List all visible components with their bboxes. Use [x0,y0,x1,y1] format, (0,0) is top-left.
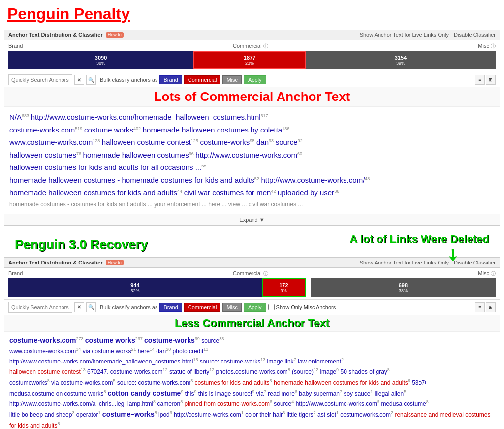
grid-view-btn[interactable]: ⊞ [486,75,496,85]
anchor-cw3[interactable]: costume-works [200,138,250,146]
anchor-url3[interactable]: http://www.costume-works.com/ [261,176,365,184]
anchor2-pfcw[interactable]: pinned from costume-works.com [185,400,270,407]
anchor-hmbc[interactable]: homemade halloween costumes by coletta [143,126,283,134]
disable-classifier-link[interactable]: Disable Classifier [454,32,496,38]
anchor-hhc[interactable]: homemade halloween costumes [83,151,189,159]
bar-labels-row1: Brand Commercial ⓘ Misc ⓘ [8,43,496,50]
anchor-hhcka[interactable]: homemade halloween costumes for kids and… [9,188,177,197]
anchor2-scw2[interactable]: source: costume-works.com [117,379,190,386]
anchor2-50sg[interactable]: 50 shades of gray [340,368,387,375]
anchor2-cw2[interactable]: costume works [85,336,135,344]
anchor2-heb[interactable]: 5י7כ3 [412,379,426,386]
live-links-link[interactable]: Show Anchor Text for Live Links Only [360,32,449,38]
grid-view-btn2[interactable]: ⊞ [486,302,496,312]
search-btn2[interactable]: 🔍 [86,302,96,312]
anchor2-lbbas[interactable]: little bo beep and sheep [9,411,72,418]
anchor2-sol[interactable]: statue of liberty [169,368,209,375]
search-btn[interactable]: 🔍 [86,75,96,85]
anchor-url2[interactable]: http://www.costume-works.com [195,151,297,159]
clear-search-btn2[interactable]: ✕ [74,302,84,312]
anchor2-www[interactable]: www.costume-works.com [9,348,76,355]
anchor2-hhcka[interactable]: homemade halloween costumes for kids and… [274,379,408,386]
anchor2-phcw[interactable]: photos.costume-works.com [216,368,288,375]
anchor-hc[interactable]: halloween costumes [9,151,76,159]
expand-link1[interactable]: Expand [239,217,257,223]
anchor2-cwks[interactable]: costumeworks [9,379,47,386]
anchor-hhc2[interactable]: homemade halloween costumes - homemade c… [9,176,254,184]
anchor2-url1[interactable]: http://www.costume-works.com/homemade_ha… [9,358,193,365]
anchor2-src[interactable]: source [201,337,219,344]
anchor2-le[interactable]: law enforcement [298,358,341,365]
list-view-btn2[interactable]: ≡ [475,302,485,312]
anchor-cw[interactable]: costume-works.com [9,126,75,134]
anchor-na[interactable]: N/A [9,113,22,121]
brand-btn2[interactable]: Brand [159,303,182,312]
anchor2-pc[interactable]: photo credit [173,348,204,355]
search-input1[interactable] [8,74,72,85]
show-misc-checkbox[interactable] [268,304,275,310]
apply-btn1[interactable]: Apply [244,75,266,84]
anchor2-vcw[interactable]: via costume works [83,348,131,355]
anchor2-cfka[interactable]: costumes for kids and adults [195,379,270,386]
list-view-btn[interactable]: ≡ [475,75,485,85]
anchor2-is[interactable]: this is image source! [198,390,252,397]
anchor-ubu[interactable]: uploaded by user [278,188,334,197]
anchor-url1[interactable]: http://www.costume-works.com/homemade_ha… [31,113,261,121]
section2-relative: Penguin 3.0 Recovery A lot of Links Were… [0,233,504,255]
anchor2-urlcw[interactable]: http://costume-works.com [174,411,241,418]
search-input2[interactable] [8,302,72,313]
anchor2-vcw2[interactable]: via costume-works.com [51,379,113,386]
anchor2-source2[interactable]: (source) [292,368,314,375]
anchor-www[interactable]: www.costume-works.com [9,138,93,146]
clear-search-btn[interactable]: ✕ [74,75,84,85]
anchor2-img[interactable]: image [320,368,336,375]
anchor2-asl[interactable]: ast slot [317,411,336,418]
anchor2-soy[interactable]: soy sauce [344,390,370,397]
anchor-dan[interactable]: dan [256,138,269,146]
anchor2-clrh[interactable]: color their hair [245,411,283,418]
anchor2-ccc[interactable]: cotton candy costume [108,389,181,397]
anchor2-mcocw[interactable]: medusa costume on costume works [9,390,103,397]
anchor2-hcc[interactable]: halloween costume contest [9,368,81,375]
anchor2-this[interactable]: this [185,390,194,397]
anchor2-rm[interactable]: read more [268,390,295,397]
misc-btn1[interactable]: Misc [222,75,242,84]
anchor2-cw3[interactable]: costume-works [144,336,195,344]
anchor2-bs[interactable]: baby superman [299,390,340,397]
anchor2-ipod[interactable]: ipod [158,411,170,418]
anchor2-cam[interactable]: cameron [157,400,180,407]
anchor2-medusa[interactable]: medusa costume [381,400,426,407]
anchor2-cwks2[interactable]: costumeworks.com [340,411,391,418]
commercial-btn2[interactable]: Commercial [184,303,221,312]
misc-btn2[interactable]: Misc [222,303,242,312]
anchor-source[interactable]: source [276,138,298,146]
anchor2-httpcw2[interactable]: http://www.costume-works.com [296,400,377,407]
anchor2-il[interactable]: image link [267,358,294,365]
anchor2-dan[interactable]: dan [156,348,166,355]
anchor-cw4[interactable]: civil war costumes for men [184,188,271,197]
anchor-cw2[interactable]: costume works [84,126,133,134]
anchor2-via[interactable]: via [256,390,264,397]
anchor2-cw[interactable]: costume-works.com [9,336,76,344]
show-misc-label[interactable]: Show Only Misc Anchors [268,304,336,310]
bar-labels-row2: Brand Commercial ⓘ Misc ⓘ [8,270,496,277]
anchor2-src2[interactable]: source [274,400,291,407]
bar-container1: 3090 38% 1877 23% 3154 39% [8,51,496,69]
anchor2-scw[interactable]: source: costume-works [200,358,260,365]
commercial-btn1[interactable]: Commercial [184,75,221,84]
anchor2-670[interactable]: 670247. costume-works.com [87,368,162,375]
anchor2-lt[interactable]: little tigers [287,411,314,418]
how-to-badge[interactable]: How to [106,32,124,38]
anchor-hcc[interactable]: halloween costume contest [102,138,191,146]
panel1-title: Anchor Text Distribution & Classifier [8,32,103,38]
anchor-hckida[interactable]: halloween costumes for kids and adults f… [9,163,201,171]
how-to-badge2[interactable]: How to [106,260,124,265]
anchor2-cwdash[interactable]: costume–works [102,410,155,418]
anchor2-op[interactable]: operator [76,411,98,418]
brand-btn1[interactable]: Brand [159,75,182,84]
anchor2-here[interactable]: here [138,348,150,355]
anchor2-ia[interactable]: illegal alien [375,390,404,397]
expand-icon1[interactable]: ▼ [259,217,265,223]
anchor2-httpcw[interactable]: http://www.costume-works.com/a_chris...l… [9,400,153,407]
apply-btn2[interactable]: Apply [244,303,266,312]
